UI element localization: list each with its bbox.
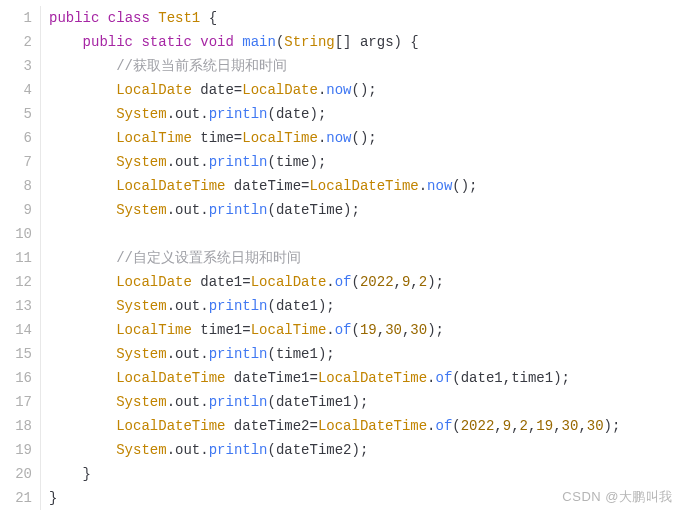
line-number: 11 <box>0 246 32 270</box>
line-number: 14 <box>0 318 32 342</box>
line-number: 15 <box>0 342 32 366</box>
code-line: System.out.println(dateTime); <box>49 198 687 222</box>
code-line: LocalDate date=LocalDate.now(); <box>49 78 687 102</box>
line-number-gutter: 1 2 3 4 5 6 7 8 9 10 11 12 13 14 15 16 1… <box>0 6 40 510</box>
watermark-text: CSDN @大鹏叫我 <box>562 488 673 506</box>
code-line: LocalDateTime dateTime=LocalDateTime.now… <box>49 174 687 198</box>
code-line: LocalDateTime dateTime2=LocalDateTime.of… <box>49 414 687 438</box>
line-number: 6 <box>0 126 32 150</box>
line-number: 1 <box>0 6 32 30</box>
code-line: System.out.println(time); <box>49 150 687 174</box>
line-number: 9 <box>0 198 32 222</box>
code-area: public class Test1 { public static void … <box>40 6 687 510</box>
line-number: 3 <box>0 54 32 78</box>
code-line: LocalDateTime dateTime1=LocalDateTime.of… <box>49 366 687 390</box>
line-number: 5 <box>0 102 32 126</box>
code-line: System.out.println(date); <box>49 102 687 126</box>
code-line: //自定义设置系统日期和时间 <box>49 246 687 270</box>
code-line: } <box>49 462 687 486</box>
line-number: 12 <box>0 270 32 294</box>
line-number: 13 <box>0 294 32 318</box>
line-number: 21 <box>0 486 32 510</box>
code-line <box>49 222 687 246</box>
line-number: 17 <box>0 390 32 414</box>
line-number: 16 <box>0 366 32 390</box>
code-line: System.out.println(date1); <box>49 294 687 318</box>
line-number: 20 <box>0 462 32 486</box>
line-number: 7 <box>0 150 32 174</box>
code-line: System.out.println(dateTime2); <box>49 438 687 462</box>
line-number: 19 <box>0 438 32 462</box>
code-line: LocalTime time=LocalTime.now(); <box>49 126 687 150</box>
line-number: 4 <box>0 78 32 102</box>
code-editor: 1 2 3 4 5 6 7 8 9 10 11 12 13 14 15 16 1… <box>0 0 687 510</box>
code-line: //获取当前系统日期和时间 <box>49 54 687 78</box>
line-number: 2 <box>0 30 32 54</box>
line-number: 10 <box>0 222 32 246</box>
line-number: 18 <box>0 414 32 438</box>
code-line: System.out.println(time1); <box>49 342 687 366</box>
line-number: 8 <box>0 174 32 198</box>
code-line: System.out.println(dateTime1); <box>49 390 687 414</box>
code-line: LocalTime time1=LocalTime.of(19,30,30); <box>49 318 687 342</box>
code-line: LocalDate date1=LocalDate.of(2022,9,2); <box>49 270 687 294</box>
code-line: public static void main(String[] args) { <box>49 30 687 54</box>
code-line: public class Test1 { <box>49 6 687 30</box>
